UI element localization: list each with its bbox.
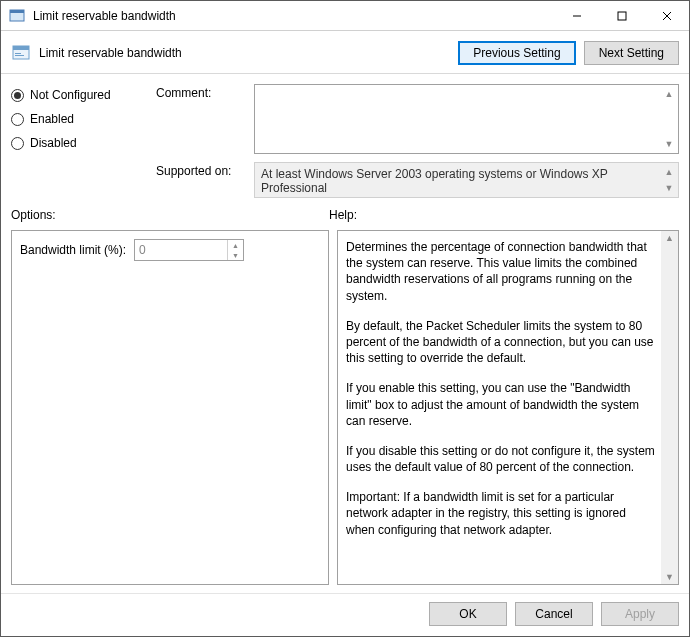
radio-dot-icon (11, 113, 24, 126)
supported-label: Supported on: (156, 162, 246, 178)
minimize-button[interactable] (554, 1, 599, 30)
radio-label: Not Configured (30, 88, 111, 102)
apply-button[interactable]: Apply (601, 602, 679, 626)
help-paragraph: If you enable this setting, you can use … (346, 380, 656, 429)
bandwidth-limit-label: Bandwidth limit (%): (20, 243, 126, 257)
chevron-down-icon[interactable]: ▼ (662, 181, 676, 195)
help-paragraph: By default, the Packet Scheduler limits … (346, 318, 656, 367)
radio-dot-icon (11, 89, 24, 102)
spinner-up-icon[interactable]: ▲ (228, 240, 243, 250)
next-setting-button[interactable]: Next Setting (584, 41, 679, 65)
help-paragraph: If you disable this setting or do not co… (346, 443, 656, 475)
spinner-down-icon[interactable]: ▼ (228, 250, 243, 260)
previous-setting-button[interactable]: Previous Setting (458, 41, 575, 65)
chevron-up-icon[interactable]: ▲ (662, 87, 676, 101)
chevron-down-icon[interactable]: ▼ (665, 572, 674, 582)
radio-not-configured[interactable]: Not Configured (11, 88, 146, 102)
help-section-label: Help: (329, 208, 357, 222)
chevron-down-icon[interactable]: ▼ (662, 137, 676, 151)
radio-disabled[interactable]: Disabled (11, 136, 146, 150)
supported-on-box: At least Windows Server 2003 operating s… (254, 162, 679, 198)
help-paragraph: Important: If a bandwidth limit is set f… (346, 489, 656, 538)
chevron-up-icon[interactable]: ▲ (665, 233, 674, 243)
supported-on-text: At least Windows Server 2003 operating s… (261, 167, 608, 195)
help-text: Determines the percentage of connection … (346, 239, 670, 576)
svg-rect-3 (618, 12, 626, 20)
radio-label: Disabled (30, 136, 77, 150)
dialog-window: Limit reservable bandwidth Limit reserva… (0, 0, 690, 637)
svg-rect-9 (15, 55, 24, 56)
ok-button[interactable]: OK (429, 602, 507, 626)
radio-dot-icon (11, 137, 24, 150)
comment-label: Comment: (156, 84, 246, 100)
help-panel: Determines the percentage of connection … (337, 230, 679, 585)
comment-input[interactable]: ▲ ▼ (254, 84, 679, 154)
bandwidth-limit-spinner[interactable]: 0 ▲ ▼ (134, 239, 244, 261)
options-panel: Bandwidth limit (%): 0 ▲ ▼ (11, 230, 329, 585)
dialog-footer: OK Cancel Apply (1, 593, 689, 636)
svg-rect-1 (10, 10, 24, 13)
bandwidth-limit-value: 0 (135, 243, 227, 257)
chevron-up-icon[interactable]: ▲ (662, 165, 676, 179)
policy-title: Limit reservable bandwidth (39, 46, 458, 60)
radio-enabled[interactable]: Enabled (11, 112, 146, 126)
policy-icon (11, 43, 31, 63)
window-title: Limit reservable bandwidth (31, 9, 554, 23)
help-paragraph: Determines the percentage of connection … (346, 239, 656, 304)
titlebar: Limit reservable bandwidth (1, 1, 689, 31)
options-section-label: Options: (11, 208, 329, 222)
svg-rect-7 (13, 46, 29, 50)
maximize-button[interactable] (599, 1, 644, 30)
subheader: Limit reservable bandwidth Previous Sett… (1, 31, 689, 74)
svg-rect-8 (15, 53, 21, 54)
radio-label: Enabled (30, 112, 74, 126)
state-radio-group: Not Configured Enabled Disabled (11, 84, 146, 198)
cancel-button[interactable]: Cancel (515, 602, 593, 626)
close-button[interactable] (644, 1, 689, 30)
app-icon (9, 8, 25, 24)
scrollbar[interactable]: ▲ ▼ (661, 231, 678, 584)
